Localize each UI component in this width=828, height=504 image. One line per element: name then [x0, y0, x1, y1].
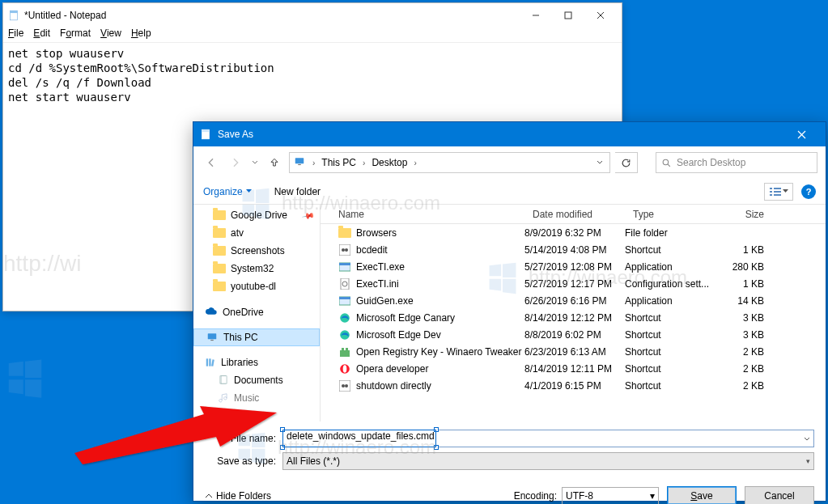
file-row[interactable]: Opera developer 8/14/2019 12:11 PM Short…: [321, 360, 826, 377]
help-button[interactable]: ?: [801, 184, 816, 199]
tree-libraries[interactable]: Libraries: [193, 354, 320, 371]
batch-icon: [338, 379, 351, 392]
svg-point-45: [345, 384, 348, 388]
tree-music[interactable]: Music: [193, 389, 320, 407]
watermark: [3, 356, 47, 400]
tree-thispc[interactable]: This PC: [193, 328, 320, 346]
minimize-button[interactable]: [520, 4, 552, 27]
tree-onedrive[interactable]: OneDrive: [193, 303, 320, 321]
forward-button: [226, 153, 245, 172]
folder-icon: [213, 264, 226, 273]
save-as-titlebar[interactable]: Save As: [193, 122, 826, 146]
notepad-textarea[interactable]: net stop wuauserv cd /d %SystemRoot%\Sof…: [3, 43, 622, 108]
view-options-button[interactable]: [764, 183, 793, 201]
hide-folders-button[interactable]: Hide Folders: [205, 490, 271, 502]
dialog-close-button[interactable]: [783, 122, 819, 146]
encoding-label: Encoding:: [514, 490, 557, 502]
tree-item[interactable]: Google Drive📌: [193, 206, 320, 224]
svg-point-28: [342, 248, 345, 252]
file-row[interactable]: shutdown directly 4/1/2019 6:15 PM Short…: [321, 377, 826, 394]
svg-rect-17: [774, 191, 781, 193]
breadcrumb-chevron[interactable]: ›: [410, 159, 419, 167]
tree-item[interactable]: youtube-dl: [193, 277, 320, 295]
tree-item[interactable]: atv: [193, 224, 320, 242]
chevron-down-icon: ▾: [650, 490, 655, 502]
file-row[interactable]: Browsers 8/9/2019 6:32 PM File folder: [321, 224, 826, 241]
svg-rect-21: [210, 340, 214, 341]
nav-bar: › This PC › Desktop › Search Desktop: [193, 146, 826, 179]
saveastype-label: Save as type:: [205, 455, 282, 467]
address-dropdown[interactable]: [593, 153, 606, 172]
svg-rect-19: [774, 194, 781, 196]
save-as-title-text: Save As: [218, 129, 253, 140]
recent-dropdown[interactable]: [250, 153, 260, 172]
breadcrumb-desktop[interactable]: Desktop: [372, 157, 407, 168]
svg-rect-10: [295, 158, 304, 163]
file-row[interactable]: bcdedit 5/14/2019 4:08 PM Shortcut 1 KB: [321, 241, 826, 258]
reg-icon: [338, 345, 351, 358]
svg-point-29: [345, 248, 348, 252]
column-headers[interactable]: Name Date modified Type Size: [321, 205, 826, 224]
pin-icon: 📌: [302, 209, 315, 222]
file-row[interactable]: ExecTI.ini 5/27/2019 12:17 PM Configurat…: [321, 275, 826, 292]
folder-icon: [338, 228, 351, 238]
notepad-icon: [8, 10, 19, 21]
menu-edit[interactable]: Edit: [33, 28, 50, 42]
onedrive-icon: [205, 307, 218, 317]
refresh-button[interactable]: [615, 152, 638, 173]
cancel-button[interactable]: Cancel: [745, 486, 814, 504]
tree-documents[interactable]: Documents: [193, 371, 320, 389]
maximize-button[interactable]: [552, 4, 584, 27]
file-row[interactable]: Open Registry Key - Winaero Tweaker 6/23…: [321, 343, 826, 360]
toolbar: Organize New folder ?: [193, 179, 826, 205]
file-row[interactable]: ExecTI.exe 5/27/2019 12:08 PM Applicatio…: [321, 258, 826, 275]
menu-format[interactable]: Format: [60, 28, 91, 42]
up-button[interactable]: [265, 153, 284, 172]
breadcrumb-chevron[interactable]: ›: [359, 159, 368, 167]
exe-icon: [338, 294, 351, 307]
encoding-dropdown[interactable]: UTF-8 ▾: [562, 487, 659, 505]
libraries-icon: [205, 357, 216, 368]
address-bar[interactable]: › This PC › Desktop ›: [289, 152, 610, 173]
menu-help[interactable]: Help: [131, 28, 151, 42]
saveastype-dropdown[interactable]: All Files (*.*) ▾: [282, 452, 814, 470]
svg-rect-39: [342, 348, 344, 351]
menu-view[interactable]: View: [100, 28, 121, 42]
file-fields: File name: delete_windows_update_files.c…: [193, 421, 826, 480]
new-folder-button[interactable]: New folder: [274, 186, 321, 197]
nav-tree: Google Drive📌atvScreenshotsSystem32youtu…: [193, 205, 321, 421]
batch-icon: [338, 244, 351, 256]
svg-rect-35: [339, 297, 350, 299]
breadcrumb-chevron[interactable]: ›: [309, 159, 318, 167]
tree-item[interactable]: System32: [193, 260, 320, 277]
file-row[interactable]: GuidGen.exe 6/26/2019 6:16 PM Applicatio…: [321, 292, 826, 309]
svg-rect-20: [208, 333, 217, 339]
search-box[interactable]: Search Desktop: [656, 152, 817, 173]
file-row[interactable]: Microsoft Edge Dev 8/8/2019 6:02 PM Shor…: [321, 326, 826, 343]
svg-rect-1: [10, 11, 17, 13]
save-as-dialog: Save As › This PC › Desktop ›: [193, 121, 826, 502]
file-row[interactable]: Microsoft Edge Canary 8/14/2019 12:12 PM…: [321, 309, 826, 326]
music-icon: [218, 392, 229, 404]
notepad-title-text: *Untitled - Notepad: [24, 10, 106, 21]
svg-point-42: [343, 365, 347, 372]
svg-rect-18: [770, 194, 772, 196]
edge-icon: [338, 311, 351, 324]
notepad-titlebar[interactable]: *Untitled - Notepad: [3, 3, 622, 28]
search-placeholder: Search Desktop: [677, 157, 745, 168]
svg-rect-3: [565, 12, 571, 19]
filename-input[interactable]: delete_windows_update_files.cmd: [282, 430, 814, 447]
organize-menu[interactable]: Organize: [203, 186, 252, 197]
menu-file[interactable]: File: [8, 28, 23, 42]
opera-icon: [338, 362, 351, 375]
tree-item[interactable]: Screenshots: [193, 242, 320, 260]
close-button[interactable]: [584, 4, 617, 27]
filename-dropdown[interactable]: [804, 434, 810, 445]
breadcrumb-thispc[interactable]: This PC: [321, 157, 356, 168]
svg-rect-14: [770, 188, 772, 189]
svg-rect-24: [211, 359, 214, 366]
svg-rect-22: [206, 358, 208, 366]
chevron-down-icon: ▾: [806, 457, 810, 465]
save-button[interactable]: Save: [667, 486, 737, 504]
back-button[interactable]: [202, 153, 221, 172]
